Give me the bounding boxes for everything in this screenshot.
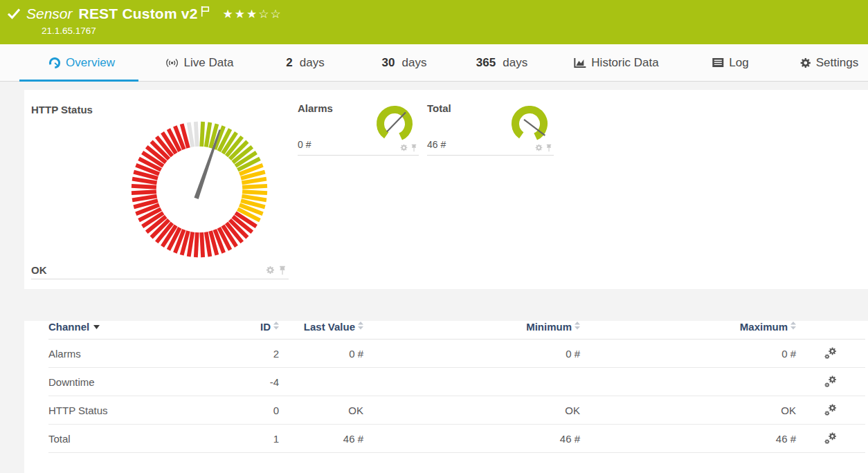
- object-type-label: Sensor: [26, 6, 73, 22]
- sensor-header: Sensor REST Custom v2 ★★★☆☆ 21.1.65.1767: [0, 0, 868, 44]
- sort-icon: [575, 322, 580, 330]
- gauge-gear-icon[interactable]: [266, 266, 275, 275]
- table-row: Downtime -4: [48, 368, 865, 396]
- channel-name: Alarms: [48, 340, 210, 368]
- http-status-gauge: [128, 118, 271, 261]
- priority-stars[interactable]: ★★★☆☆: [223, 7, 282, 21]
- http-status-value: OK: [31, 264, 47, 276]
- channel-maximum: OK: [580, 396, 796, 425]
- channel-id: -4: [210, 368, 279, 396]
- column-header-minimum[interactable]: Minimum: [363, 321, 580, 340]
- channel-id: 1: [210, 425, 279, 453]
- alarms-value: 0 #: [298, 139, 311, 150]
- table-row: Total 1 46 # 46 # 46 #: [48, 425, 865, 453]
- channel-last-value: 0 #: [279, 340, 363, 368]
- page-title: REST Custom v2: [79, 6, 198, 22]
- channel-last-value: OK: [279, 396, 363, 425]
- gauge-pin-icon[interactable]: [278, 266, 287, 275]
- channel-name: Total: [48, 425, 210, 453]
- channel-name: Downtime: [48, 368, 210, 396]
- column-header-last-value[interactable]: Last Value: [279, 321, 363, 340]
- channel-last-value: 46 #: [279, 425, 363, 453]
- tab-30-days-number: 30: [382, 56, 395, 70]
- channel-minimum: [363, 368, 580, 396]
- sort-icon: [358, 322, 363, 330]
- tab-2-days-label: days: [300, 56, 325, 70]
- log-icon: [712, 57, 724, 68]
- column-header-id[interactable]: ID: [210, 321, 279, 340]
- gauge-icon: [48, 57, 61, 69]
- channel-minimum: OK: [363, 396, 580, 425]
- stars-filled[interactable]: ★★★: [223, 8, 259, 21]
- channel-id: 2: [210, 340, 279, 368]
- tab-30-days[interactable]: 30 days: [382, 56, 427, 70]
- column-header-actions: [796, 321, 865, 340]
- table-row: Alarms 2 0 # 0 # 0 #: [48, 340, 865, 368]
- sensor-version: 21.1.65.1767: [42, 26, 868, 36]
- tab-live-data[interactable]: Live Data: [165, 56, 234, 70]
- http-status-gauge-block: HTTP Status OK: [31, 90, 289, 279]
- channel-maximum: 46 #: [580, 425, 796, 453]
- stars-empty[interactable]: ☆☆: [258, 8, 282, 21]
- tab-2-days[interactable]: 2 days: [286, 56, 324, 70]
- tab-bar: Overview Live Data 2 days 30 days 365 da…: [0, 44, 868, 82]
- gauge-pin-icon[interactable]: [545, 144, 552, 152]
- tab-overview-label: Overview: [66, 56, 115, 70]
- tab-historic-data[interactable]: Historic Data: [573, 56, 658, 70]
- tab-overview[interactable]: Overview: [48, 56, 115, 70]
- gauge-gear-icon[interactable]: [400, 144, 408, 151]
- sort-icon: [790, 322, 796, 330]
- status-check-icon: [7, 8, 21, 20]
- channels-panel: Channel ID Last Value Minimum Maximum: [24, 321, 868, 473]
- table-row: HTTP Status 0 OK OK OK: [48, 396, 865, 425]
- tab-365-days[interactable]: 365 days: [476, 56, 527, 70]
- tab-30-days-label: days: [402, 56, 427, 70]
- channel-id: 0: [210, 396, 279, 425]
- live-data-icon: [165, 57, 179, 68]
- priority-flag-icon[interactable]: [201, 6, 210, 17]
- channel-settings-icon[interactable]: [824, 403, 838, 417]
- alarms-gauge-block: Alarms 0 #: [298, 98, 419, 156]
- channel-maximum: 0 #: [580, 340, 796, 368]
- alarms-gauge: [372, 102, 417, 145]
- gauge-gear-icon[interactable]: [535, 144, 543, 151]
- column-header-channel[interactable]: Channel: [48, 321, 210, 340]
- active-tab-underline: [19, 80, 138, 82]
- tab-365-days-number: 365: [476, 56, 496, 70]
- historic-chart-icon: [573, 57, 586, 68]
- total-gauge-block: Total 46 #: [427, 98, 554, 156]
- channel-last-value: [279, 368, 363, 396]
- tab-historic-data-label: Historic Data: [591, 56, 658, 70]
- channel-name: HTTP Status: [48, 396, 210, 425]
- channel-settings-icon[interactable]: [824, 432, 838, 445]
- tab-2-days-number: 2: [286, 56, 292, 70]
- table-header-row: Channel ID Last Value Minimum Maximum: [48, 321, 865, 340]
- tab-log[interactable]: Log: [712, 56, 748, 70]
- channels-table: Channel ID Last Value Minimum Maximum: [48, 321, 865, 453]
- tab-settings-label: Settings: [816, 56, 858, 70]
- channel-minimum: 0 #: [363, 340, 580, 368]
- channel-minimum: 46 #: [363, 425, 580, 453]
- gear-icon: [800, 57, 811, 68]
- gauge-pin-icon[interactable]: [410, 144, 417, 152]
- sort-icon: [273, 322, 279, 330]
- total-value: 46 #: [427, 139, 446, 150]
- tab-log-label: Log: [729, 56, 748, 70]
- overview-gauges-panel: HTTP Status OK Alarms 0 #: [24, 90, 868, 289]
- channel-settings-icon[interactable]: [824, 346, 838, 360]
- channel-maximum: [580, 368, 796, 396]
- total-gauge: [507, 102, 552, 145]
- tab-settings[interactable]: Settings: [800, 56, 858, 70]
- sort-desc-icon: [93, 325, 100, 329]
- tab-live-data-label: Live Data: [184, 56, 234, 70]
- http-status-title: HTTP Status: [31, 104, 289, 115]
- channel-settings-icon[interactable]: [824, 375, 838, 389]
- column-header-maximum[interactable]: Maximum: [580, 321, 796, 340]
- tab-365-days-label: days: [503, 56, 527, 70]
